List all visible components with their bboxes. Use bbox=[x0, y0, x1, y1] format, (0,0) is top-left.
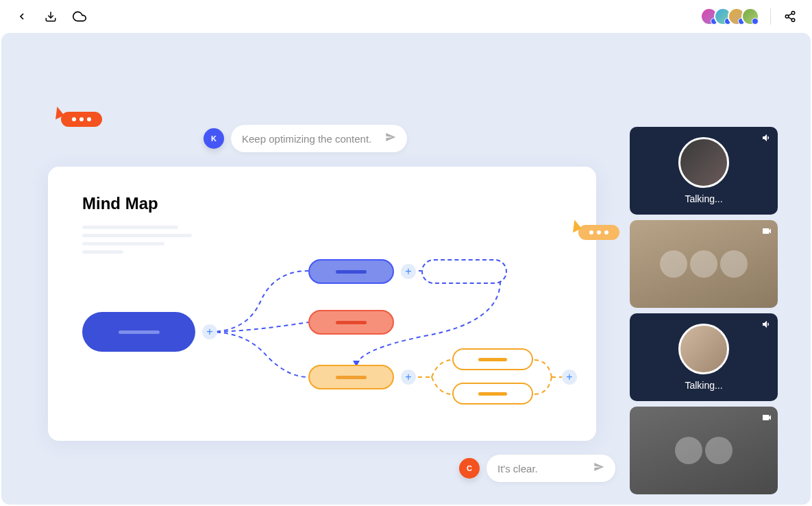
video-status: Talking... bbox=[685, 193, 722, 204]
share-icon[interactable] bbox=[782, 8, 798, 25]
mindmap-node[interactable] bbox=[452, 348, 533, 370]
mindmap-root-node[interactable] bbox=[82, 312, 195, 352]
svg-point-3 bbox=[791, 19, 795, 22]
download-icon[interactable] bbox=[42, 8, 59, 25]
video-tile[interactable]: Talking... bbox=[630, 127, 778, 215]
avatar[interactable] bbox=[741, 8, 759, 25]
user-cursor-yellow bbox=[570, 225, 619, 240]
add-node-button[interactable]: + bbox=[562, 370, 577, 385]
comment-avatar: K bbox=[204, 128, 224, 149]
text-placeholder bbox=[82, 226, 562, 254]
comment-avatar: C bbox=[459, 458, 480, 479]
collaborator-avatars[interactable] bbox=[704, 8, 759, 25]
video-panel: Talking... Talking... bbox=[630, 127, 778, 494]
add-node-button[interactable]: + bbox=[401, 264, 416, 279]
canvas-title: Mind Map bbox=[82, 194, 562, 213]
video-avatar bbox=[678, 137, 729, 188]
mindmap-node-empty[interactable] bbox=[421, 259, 507, 284]
video-avatar bbox=[678, 324, 729, 374]
mindmap-node[interactable] bbox=[308, 310, 394, 335]
mindmap-node[interactable] bbox=[308, 365, 394, 389]
add-node-button[interactable]: + bbox=[401, 370, 416, 385]
video-tile[interactable]: Talking... bbox=[630, 313, 778, 401]
comment-text: It's clear. bbox=[497, 463, 538, 474]
mindmap-node[interactable] bbox=[308, 259, 394, 284]
send-icon[interactable] bbox=[385, 132, 396, 145]
comment-bubble[interactable]: C It's clear. bbox=[459, 455, 615, 482]
video-tile[interactable] bbox=[630, 407, 778, 494]
comment-bubble[interactable]: K Keep optimizing the content. bbox=[204, 125, 407, 152]
svg-point-1 bbox=[791, 12, 795, 15]
video-status: Talking... bbox=[685, 380, 722, 391]
topbar bbox=[0, 0, 812, 33]
add-node-button[interactable]: + bbox=[202, 324, 217, 339]
mindmap[interactable]: + + + + bbox=[82, 267, 562, 446]
svg-point-2 bbox=[785, 15, 789, 19]
video-tile[interactable] bbox=[630, 220, 778, 308]
comment-text: Keep optimizing the content. bbox=[242, 133, 371, 145]
send-icon[interactable] bbox=[593, 461, 604, 475]
svg-line-4 bbox=[788, 17, 791, 19]
workspace: K Keep optimizing the content. Mind Map bbox=[1, 33, 811, 505]
mindmap-canvas[interactable]: Mind Map bbox=[48, 167, 596, 441]
cloud-icon[interactable] bbox=[71, 8, 88, 25]
audio-icon bbox=[761, 132, 772, 146]
audio-icon bbox=[761, 319, 772, 333]
mindmap-node[interactable] bbox=[452, 383, 533, 405]
svg-line-5 bbox=[788, 14, 791, 16]
user-cursor-orange bbox=[53, 112, 102, 127]
back-icon[interactable] bbox=[14, 8, 30, 25]
